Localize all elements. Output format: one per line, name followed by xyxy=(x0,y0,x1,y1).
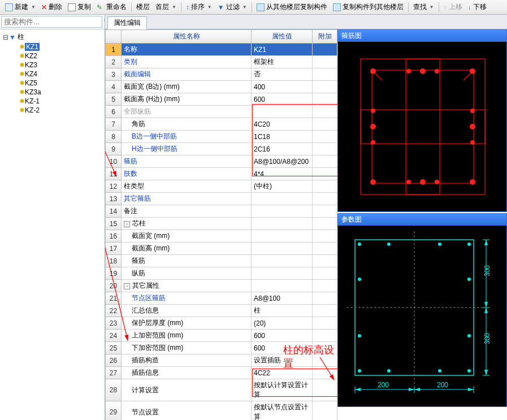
prop-extra[interactable] xyxy=(313,354,337,367)
prop-value[interactable]: A8@100 xyxy=(252,292,313,305)
find-button[interactable]: 查找▼ xyxy=(411,1,436,13)
grid-row-14[interactable]: 14备注 xyxy=(106,205,337,218)
tree-item-KZ-1[interactable]: ✸ KZ-1 xyxy=(2,97,102,106)
grid-row-26[interactable]: 26插筋构造设置插筋 xyxy=(106,354,337,367)
grid-row-25[interactable]: 25下加密范围 (mm)600 xyxy=(106,342,337,354)
prop-extra[interactable] xyxy=(313,255,337,267)
tree-item-KZ1[interactable]: ✸ KZ1 xyxy=(2,42,102,51)
prop-extra[interactable] xyxy=(313,81,337,93)
prop-value[interactable]: (20) xyxy=(252,317,313,330)
new-button[interactable]: 新建▼ xyxy=(3,1,38,13)
prop-extra[interactable] xyxy=(313,330,337,342)
prop-extra[interactable] xyxy=(313,193,337,205)
copyto-button[interactable]: 复制构件到其他楼层 xyxy=(331,1,406,13)
prop-value[interactable]: KZ1 xyxy=(252,44,313,56)
prop-extra[interactable] xyxy=(313,143,337,155)
prop-value[interactable]: 框架柱 xyxy=(252,56,313,68)
prop-value[interactable] xyxy=(252,280,313,292)
delete-button[interactable]: ✕删除 xyxy=(39,1,64,13)
grid-row-13[interactable]: 13其它箍筋 xyxy=(106,193,337,205)
grid-row-22[interactable]: 22汇总信息柱 xyxy=(106,305,337,317)
property-grid[interactable]: 属性名称 属性值 附加 1名称KZ12类别框架柱3截面编辑否4截面宽 (B边) … xyxy=(105,29,337,420)
prop-extra[interactable] xyxy=(313,218,337,230)
tree-root[interactable]: ⊟ ▼ 柱 xyxy=(2,32,102,42)
stirrup-diagram[interactable] xyxy=(338,42,506,211)
grid-row-12[interactable]: 12柱类型(中柱) xyxy=(106,180,337,193)
prop-extra[interactable] xyxy=(313,106,337,118)
prop-extra[interactable] xyxy=(313,56,337,68)
param-diagram[interactable]: 200 200 300 300 xyxy=(338,226,506,406)
prop-extra[interactable] xyxy=(313,280,337,292)
prop-value[interactable]: 400 xyxy=(252,81,313,93)
prop-extra[interactable] xyxy=(313,118,337,131)
grid-row-2[interactable]: 2类别框架柱 xyxy=(106,56,337,68)
grid-row-3[interactable]: 3截面编辑否 xyxy=(106,68,337,81)
prop-value[interactable]: 柱 xyxy=(252,305,313,317)
grid-row-4[interactable]: 4截面宽 (B边) (mm)400 xyxy=(106,81,337,93)
filter-button[interactable]: ▼过滤▼ xyxy=(215,1,249,13)
prop-value[interactable] xyxy=(252,255,313,267)
floor-button[interactable]: 楼层 xyxy=(134,1,152,13)
prop-extra[interactable] xyxy=(313,317,337,330)
prop-value[interactable]: 4C22 xyxy=(252,367,313,379)
prop-extra[interactable] xyxy=(313,68,337,81)
component-tree[interactable]: ⊟ ▼ 柱 ✸ KZ1✸ KZ2✸ KZ3✸ KZ4✸ KZ5✸ KZ3a✸ K… xyxy=(0,29,105,420)
prop-value[interactable]: (中柱) xyxy=(252,180,313,193)
prop-extra[interactable] xyxy=(313,292,337,305)
extra-header[interactable]: 附加 xyxy=(313,30,337,44)
collapse-icon[interactable]: − xyxy=(124,221,130,227)
grid-row-1[interactable]: 1名称KZ1 xyxy=(106,44,337,56)
name-header[interactable]: 属性名称 xyxy=(122,30,252,44)
grid-row-16[interactable]: 16截面宽 (mm) xyxy=(106,230,337,243)
grid-row-21[interactable]: 21节点区箍筋A8@100 xyxy=(106,292,337,305)
prop-extra[interactable] xyxy=(313,168,337,180)
prop-value[interactable]: 600 xyxy=(252,330,313,342)
grid-row-10[interactable]: 10箍筋A8@100/A8@200 xyxy=(106,155,337,168)
grid-row-11[interactable]: 11肢数4*4 xyxy=(106,168,337,180)
prop-value[interactable] xyxy=(252,243,313,255)
prop-value[interactable]: 设置插筋 xyxy=(252,354,313,367)
tree-item-KZ2[interactable]: ✸ KZ2 xyxy=(2,51,102,60)
grid-row-18[interactable]: 18箍筋 xyxy=(106,255,337,267)
collapse-icon[interactable]: − xyxy=(124,283,130,289)
grid-row-8[interactable]: 8B边一侧中部筋1C18 xyxy=(106,131,337,143)
prop-value[interactable]: 2C16 xyxy=(252,143,313,155)
prop-value[interactable]: A8@100/A8@200 xyxy=(252,155,313,168)
prop-extra[interactable] xyxy=(313,267,337,280)
prop-value[interactable]: 600 xyxy=(252,342,313,354)
prop-value[interactable] xyxy=(252,193,313,205)
prop-extra[interactable] xyxy=(313,230,337,243)
prop-value[interactable]: 4*4 xyxy=(252,168,313,180)
prop-extra[interactable] xyxy=(313,180,337,193)
sort-button[interactable]: ↕排序▼ xyxy=(184,1,214,13)
grid-row-6[interactable]: 6全部纵筋 xyxy=(106,106,337,118)
prop-extra[interactable] xyxy=(313,243,337,255)
grid-row-15[interactable]: 15−芯柱 xyxy=(106,218,337,230)
prop-value[interactable]: 按默认节点设置计算 xyxy=(252,401,313,421)
prop-extra[interactable] xyxy=(313,379,337,401)
tree-item-KZ-2[interactable]: ✸ KZ-2 xyxy=(2,106,102,115)
grid-row-20[interactable]: 20−其它属性 xyxy=(106,280,337,292)
prop-extra[interactable] xyxy=(313,367,337,379)
tree-item-KZ5[interactable]: ✸ KZ5 xyxy=(2,79,102,88)
value-header[interactable]: 属性值 xyxy=(252,30,313,44)
tree-item-KZ4[interactable]: ✸ KZ4 xyxy=(2,70,102,79)
copy-button[interactable]: 复制 xyxy=(66,1,93,13)
down-button[interactable]: ↓下移 xyxy=(466,1,489,13)
prop-value[interactable]: 1C18 xyxy=(252,131,313,143)
tab-properties[interactable]: 属性编辑 xyxy=(107,16,147,29)
prop-extra[interactable] xyxy=(313,155,337,168)
grid-row-23[interactable]: 23保护层厚度 (mm)(20) xyxy=(106,317,337,330)
tree-item-KZ3[interactable]: ✸ KZ3 xyxy=(2,60,102,70)
grid-row-7[interactable]: 7角筋4C20 xyxy=(106,118,337,131)
prop-extra[interactable] xyxy=(313,205,337,218)
prop-value[interactable]: 4C20 xyxy=(252,118,313,131)
up-button[interactable]: ↑上移 xyxy=(441,1,465,13)
grid-row-5[interactable]: 5截面高 (H边) (mm)600 xyxy=(106,93,337,106)
grid-row-9[interactable]: 9H边一侧中部筋2C16 xyxy=(106,143,337,155)
grid-row-17[interactable]: 17截面高 (mm) xyxy=(106,243,337,255)
firstfloor-button[interactable]: 首层▼ xyxy=(153,1,179,13)
copyfrom-button[interactable]: 从其他楼层复制构件 xyxy=(254,1,330,13)
grid-row-27[interactable]: 27插筋信息4C22 xyxy=(106,367,337,379)
grid-row-19[interactable]: 19纵筋 xyxy=(106,267,337,280)
